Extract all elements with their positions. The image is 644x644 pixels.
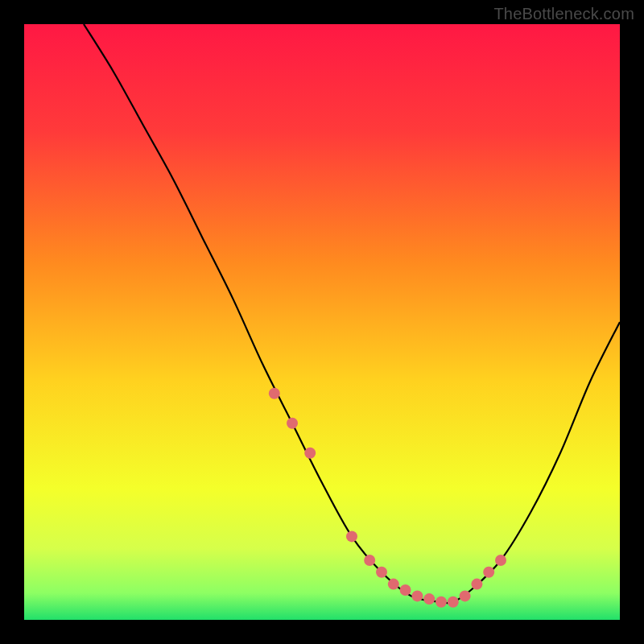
- marker-point: [483, 567, 494, 578]
- chart-stage: TheBottleneck.com: [0, 0, 644, 644]
- marker-point: [436, 597, 447, 608]
- marker-point: [376, 567, 387, 578]
- marker-point: [460, 590, 471, 601]
- marker-point: [495, 555, 506, 566]
- watermark-text: TheBottleneck.com: [493, 5, 634, 23]
- marker-point: [346, 530, 357, 542]
- marker-point: [471, 579, 482, 590]
- marker-point: [411, 590, 423, 601]
- marker-point: [304, 448, 316, 459]
- marker-point: [388, 579, 399, 590]
- marker-point: [269, 388, 280, 399]
- chart-svg: [24, 24, 620, 620]
- marker-point: [287, 418, 298, 429]
- marker-point: [400, 584, 411, 596]
- marker-point: [448, 597, 459, 608]
- gradient-background: [24, 24, 620, 620]
- marker-point: [364, 555, 375, 566]
- marker-point: [423, 593, 435, 605]
- plot-area: [24, 24, 620, 620]
